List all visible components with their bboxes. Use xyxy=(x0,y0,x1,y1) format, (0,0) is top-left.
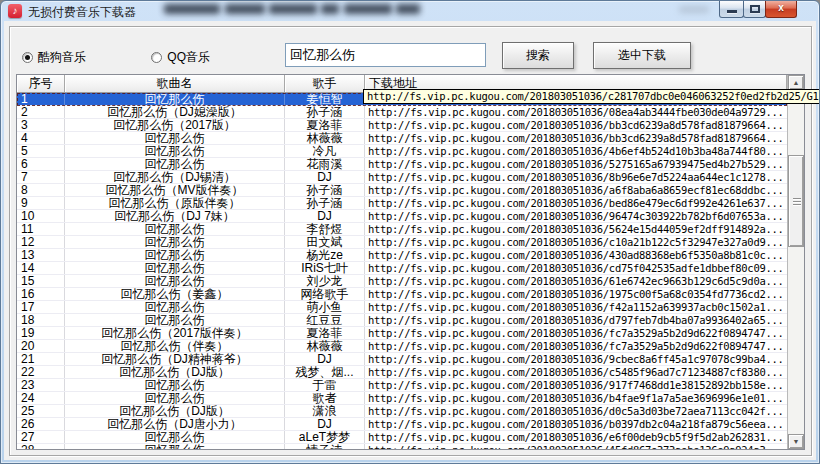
header-song[interactable]: 歌曲名 xyxy=(65,75,285,93)
cell-no: 28 xyxy=(17,444,65,449)
minimize-button[interactable] xyxy=(719,1,744,18)
table-row[interactable]: 24回忆那么伤歌者http://fs.vip.pc.kugou.com/2018… xyxy=(17,392,787,405)
table-row[interactable]: 18回忆那么伤红豆豆http://fs.vip.pc.kugou.com/201… xyxy=(17,314,787,327)
table-row[interactable]: 28回忆那么伤情子诗http://fs.vip.pc.kugou.com/201… xyxy=(17,444,787,449)
cell-url: http://fs.vip.pc.kugou.com/201803051036/… xyxy=(365,275,787,287)
search-input[interactable] xyxy=(285,43,486,67)
table-row[interactable]: 7回忆那么伤（DJ锡清）DJhttp://fs.vip.pc.kugou.com… xyxy=(17,171,787,184)
table-row[interactable]: 23回忆那么伤于雷http://fs.vip.pc.kugou.com/2018… xyxy=(17,379,787,392)
close-button[interactable]: x xyxy=(765,1,797,18)
table-row[interactable]: 9回忆那么伤（原版伴奏）孙子涵http://fs.vip.pc.kugou.co… xyxy=(17,197,787,210)
table-row[interactable]: 4回忆那么伤林薇薇http://fs.vip.pc.kugou.com/2018… xyxy=(17,132,787,145)
table-row[interactable]: 14回忆那么伤IRiS七叶http://fs.vip.pc.kugou.com/… xyxy=(17,262,787,275)
cell-url: http://fs.vip.pc.kugou.com/201803051036/… xyxy=(365,184,787,196)
titlebar[interactable]: ♪ 无损付费音乐下载器 x xyxy=(1,1,819,21)
table-row[interactable]: 3回忆那么伤（2017版）夏洛菲http://fs.vip.pc.kugou.c… xyxy=(17,119,787,132)
radio-qq-music[interactable]: QQ音乐 xyxy=(151,49,210,66)
table-row[interactable]: 13回忆那么伤杨光zehttp://fs.vip.pc.kugou.com/20… xyxy=(17,249,787,262)
cell-no: 4 xyxy=(17,132,65,144)
header-singer[interactable]: 歌手 xyxy=(285,75,365,93)
table-row[interactable]: 21回忆那么伤（DJ精神蒋爷）DJhttp://fs.vip.pc.kugou.… xyxy=(17,353,787,366)
vertical-scrollbar[interactable]: ▲ ▼ xyxy=(787,75,804,449)
client-area: 酷狗音乐 QQ音乐 搜索 选中下载 序号 歌曲名 歌手 下载地址 1回忆那么伤姜… xyxy=(4,21,816,460)
cell-song: 回忆那么伤（MV版伴奏） xyxy=(65,184,285,196)
scroll-down-button[interactable]: ▼ xyxy=(788,434,804,449)
cell-no: 16 xyxy=(17,288,65,300)
table-row[interactable]: 8回忆那么伤（MV版伴奏）孙子涵http://fs.vip.pc.kugou.c… xyxy=(17,184,787,197)
cell-singer: DJ xyxy=(285,171,365,183)
cell-url: http://fs.vip.pc.kugou.com/201803051036/… xyxy=(365,327,787,339)
table-row[interactable]: 25回忆那么伤（DJ版）潇浪http://fs.vip.pc.kugou.com… xyxy=(17,405,787,418)
window-title: 无损付费音乐下载器 xyxy=(28,4,136,21)
search-button[interactable]: 搜索 xyxy=(502,42,574,69)
cell-no: 17 xyxy=(17,301,65,313)
cell-url: http://fs.vip.pc.kugou.com/201803051036/… xyxy=(365,262,787,274)
table-row[interactable]: 20回忆那么伤（伴奏）林薇薇http://fs.vip.pc.kugou.com… xyxy=(17,340,787,353)
cell-url: http://fs.vip.pc.kugou.com/201803051036/… xyxy=(365,288,787,300)
cell-no: 25 xyxy=(17,405,65,417)
header-no[interactable]: 序号 xyxy=(17,75,65,93)
table-row[interactable]: 6回忆那么伤花雨溪http://fs.vip.pc.kugou.com/2018… xyxy=(17,158,787,171)
table-row[interactable]: 15回忆那么伤刘少龙http://fs.vip.pc.kugou.com/201… xyxy=(17,275,787,288)
cell-song: 回忆那么伤（DJ锡清） xyxy=(65,171,285,183)
cell-singer: 林薇薇 xyxy=(285,132,365,144)
cell-no: 15 xyxy=(17,275,65,287)
table-row[interactable]: 10回忆那么伤（DJ 7妹）DJhttp://fs.vip.pc.kugou.c… xyxy=(17,210,787,223)
cell-singer: 网络歌手 xyxy=(285,288,365,300)
table-row[interactable]: 11回忆那么伤李舒煜http://fs.vip.pc.kugou.com/201… xyxy=(17,223,787,236)
cell-url: http://fs.vip.pc.kugou.com/201803051036/… xyxy=(365,158,787,170)
cell-no: 11 xyxy=(17,223,65,235)
cell-no: 26 xyxy=(17,418,65,430)
download-selected-button[interactable]: 选中下载 xyxy=(593,42,691,69)
cell-song: 回忆那么伤 xyxy=(65,145,285,157)
table-row[interactable]: 2回忆那么伤（DJ媳澡版）孙子涵http://fs.vip.pc.kugou.c… xyxy=(17,106,787,119)
cell-singer: 潇浪 xyxy=(285,405,365,417)
table-row[interactable]: 12回忆那么伤田文斌http://fs.vip.pc.kugou.com/201… xyxy=(17,236,787,249)
cell-url: http://fs.vip.pc.kugou.com/201803051036/… xyxy=(365,405,787,417)
table-row[interactable]: 22回忆那么伤（DJ版）残梦、烟...http://fs.vip.pc.kugo… xyxy=(17,366,787,379)
scroll-up-button[interactable]: ▲ xyxy=(788,75,804,90)
cell-singer: 红豆豆 xyxy=(285,314,365,326)
censored-watermark xyxy=(225,4,265,14)
table-row[interactable]: 26回忆那么伤（DJ唐小力）DJhttp://fs.vip.pc.kugou.c… xyxy=(17,418,787,431)
cell-no: 8 xyxy=(17,184,65,196)
table-row[interactable]: 19回忆那么伤（2017版伴奏）夏洛菲http://fs.vip.pc.kugo… xyxy=(17,327,787,340)
cell-song: 回忆那么伤 xyxy=(65,158,285,170)
table-row[interactable]: 5回忆那么伤冷凡http://fs.vip.pc.kugou.com/20180… xyxy=(17,145,787,158)
censored-watermark xyxy=(344,4,392,14)
cell-song: 回忆那么伤 xyxy=(65,431,285,443)
cell-no: 12 xyxy=(17,236,65,248)
cell-url: http://fs.vip.pc.kugou.com/201803051036/… xyxy=(365,236,787,248)
cell-no: 14 xyxy=(17,262,65,274)
cell-url: http://fs.vip.pc.kugou.com/201803051036/… xyxy=(365,340,787,352)
cell-url: http://fs.vip.pc.kugou.com/201803051036/… xyxy=(365,379,787,391)
cell-no: 13 xyxy=(17,249,65,261)
cell-no: 5 xyxy=(17,145,65,157)
table-row[interactable]: 16回忆那么伤（姜鑫）网络歌手http://fs.vip.pc.kugou.co… xyxy=(17,288,787,301)
cell-url: http://fs.vip.pc.kugou.com/201803051036/… xyxy=(365,418,787,430)
maximize-button[interactable] xyxy=(743,1,766,18)
cell-singer: aLeT梦梦 xyxy=(285,431,365,443)
cell-url: http://fs.vip.pc.kugou.com/201803051036/… xyxy=(365,444,787,449)
cell-no: 7 xyxy=(17,171,65,183)
table-row[interactable]: 27回忆那么伤aLeT梦梦http://fs.vip.pc.kugou.com/… xyxy=(17,431,787,444)
cell-singer: 萌小鱼 xyxy=(285,301,365,313)
cell-url: http://fs.vip.pc.kugou.com/201803051036/… xyxy=(365,197,787,209)
scrollbar-thumb[interactable] xyxy=(788,155,804,247)
cell-singer: 冷凡 xyxy=(285,145,365,157)
cell-no: 20 xyxy=(17,340,65,352)
cell-song: 回忆那么伤 xyxy=(65,262,285,274)
cell-url: http://fs.vip.pc.kugou.com/201803051036/… xyxy=(365,132,787,144)
cell-song: 回忆那么伤（2017版） xyxy=(65,119,285,131)
cell-song: 回忆那么伤（DJ版） xyxy=(65,405,285,417)
table-row[interactable]: 17回忆那么伤萌小鱼http://fs.vip.pc.kugou.com/201… xyxy=(17,301,787,314)
radio-kugou-music[interactable]: 酷狗音乐 xyxy=(22,49,86,66)
cell-song: 回忆那么伤（DJ版） xyxy=(65,366,285,378)
cell-song: 回忆那么伤（DJ精神蒋爷） xyxy=(65,353,285,365)
cell-singer: 情子诗 xyxy=(285,444,365,449)
cell-url: http://fs.vip.pc.kugou.com/201803051036/… xyxy=(365,171,787,183)
cell-url: http://fs.vip.pc.kugou.com/201803051036/… xyxy=(365,210,787,222)
cell-singer: 杨光ze xyxy=(285,249,365,261)
censored-watermark xyxy=(269,4,317,14)
cell-song: 回忆那么伤（DJ媳澡版） xyxy=(65,106,285,118)
